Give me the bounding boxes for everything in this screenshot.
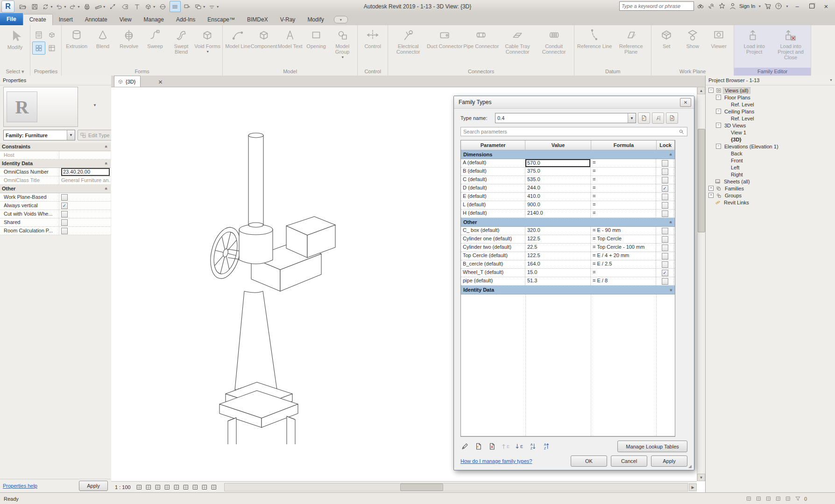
rename-type-button[interactable] bbox=[652, 112, 664, 124]
parameter-value-cell[interactable]: 410.0 bbox=[525, 193, 591, 201]
tree-item-label[interactable]: Ref. Level bbox=[729, 116, 756, 121]
parameter-formula-cell[interactable]: = E / 8 bbox=[591, 277, 656, 285]
expand-icon[interactable]: + bbox=[708, 186, 714, 191]
parameter-name-cell[interactable]: Cylinder two (default) bbox=[461, 244, 525, 252]
family-types-help-link[interactable]: How do I manage family types? bbox=[460, 458, 532, 464]
text-button[interactable] bbox=[132, 1, 143, 12]
new-parameter-button[interactable] bbox=[474, 442, 483, 451]
new-type-button[interactable] bbox=[638, 112, 650, 124]
family-parameters-button[interactable] bbox=[45, 42, 58, 55]
apply-button[interactable]: Apply bbox=[651, 455, 687, 467]
parameter-value-cell[interactable]: 164.0 bbox=[525, 260, 591, 268]
detail-level-icon[interactable] bbox=[135, 483, 143, 491]
tree-item-label[interactable]: {3D} bbox=[729, 137, 743, 142]
ribbon-button-electrical-connector[interactable]: Electrical Connector bbox=[390, 28, 426, 55]
vertical-scroll-thumb[interactable] bbox=[698, 129, 705, 232]
property-edit-field[interactable]: 23.40.20.00 bbox=[61, 168, 110, 176]
parameter-value-cell[interactable]: 122.5 bbox=[525, 235, 591, 243]
parameter-name-cell[interactable]: L (default) bbox=[461, 201, 525, 209]
type-selector-arrow-icon[interactable]: ▼ bbox=[67, 130, 75, 140]
ribbon-button-sweep[interactable]: Sweep bbox=[142, 28, 168, 49]
ribbon-button-swept-blend[interactable]: Swept Blend bbox=[168, 28, 194, 55]
tree-item-label[interactable]: Views (all) bbox=[723, 88, 750, 93]
ribbon-button-reference-plane[interactable]: Reference Plane bbox=[613, 28, 649, 55]
ribbon-button-model-line[interactable]: Model Line bbox=[225, 28, 251, 49]
parameter-formula-cell[interactable]: = Top Cercle - 100 mm bbox=[591, 244, 656, 252]
model-wireframe[interactable] bbox=[181, 118, 443, 444]
ribbon-button-cable-tray-connector[interactable]: Cable Tray Connector bbox=[499, 28, 536, 55]
search-parameters-input[interactable]: Search parameters bbox=[460, 127, 687, 136]
property-value[interactable] bbox=[59, 151, 111, 159]
user-icon[interactable] bbox=[729, 2, 737, 10]
open-file-button[interactable] bbox=[17, 1, 28, 12]
sort-ascending-button[interactable]: AZ bbox=[528, 442, 537, 451]
lock-checkbox[interactable] bbox=[662, 245, 668, 251]
temporary-hide-isolate-icon[interactable] bbox=[200, 483, 209, 491]
column-header-value[interactable]: Value bbox=[525, 140, 591, 150]
ribbon-button-model-text[interactable]: Model Text bbox=[277, 28, 303, 49]
ribbon-button-load-into-project-and-close[interactable]: Load into Project and Close bbox=[772, 28, 809, 61]
tree-item-label[interactable]: Back bbox=[729, 151, 743, 156]
parameter-formula-cell[interactable]: = bbox=[591, 176, 656, 184]
tree-item-ceiling-plans[interactable]: −Ceiling Plans bbox=[706, 108, 835, 115]
visual-style-icon[interactable] bbox=[144, 483, 153, 491]
tree-item-label[interactable]: View 1 bbox=[729, 130, 748, 135]
scroll-down-icon[interactable]: ▼ bbox=[697, 474, 705, 481]
checkbox[interactable]: ✓ bbox=[61, 203, 68, 209]
tree-item-label[interactable]: Groups bbox=[723, 193, 743, 198]
measure-dropdown-icon[interactable]: ▼ bbox=[103, 5, 106, 8]
tab-v-ray[interactable]: V-Ray bbox=[274, 14, 302, 25]
ribbon-button-extrusion[interactable]: Extrusion bbox=[64, 28, 90, 49]
redo-dropdown-icon[interactable]: ▼ bbox=[77, 5, 80, 8]
save-button[interactable] bbox=[29, 1, 40, 12]
column-header-formula[interactable]: Formula bbox=[591, 140, 657, 150]
parameter-value-cell[interactable]: 320.0 bbox=[525, 227, 591, 235]
property-value[interactable] bbox=[59, 193, 111, 201]
collapse-icon[interactable]: − bbox=[716, 109, 721, 114]
sign-in-dropdown-icon[interactable]: ▼ bbox=[758, 5, 761, 8]
parameter-formula-cell[interactable]: = Top Cercle bbox=[591, 235, 656, 243]
parameter-value-cell[interactable]: 535.0 bbox=[525, 176, 591, 184]
delete-parameter-button[interactable] bbox=[488, 442, 496, 451]
tab-bimdex[interactable]: BIMDeX bbox=[241, 14, 274, 25]
lock-checkbox[interactable] bbox=[662, 160, 668, 167]
editable-only-icon[interactable] bbox=[775, 495, 782, 502]
parameter-value-cell[interactable]: 122.5 bbox=[525, 252, 591, 260]
parameter-value-cell[interactable]: 375.0 bbox=[525, 168, 591, 175]
ribbon-button-void-forms[interactable]: Void Forms▼ bbox=[194, 28, 220, 55]
ribbon-button-modify[interactable]: Modify bbox=[2, 28, 28, 50]
lock-checkbox[interactable] bbox=[662, 228, 668, 234]
parameter-value-cell[interactable]: 2140.0 bbox=[525, 210, 591, 217]
favorites-icon[interactable] bbox=[718, 2, 726, 10]
parameter-formula-cell[interactable]: = E / 2.5 bbox=[591, 260, 656, 268]
type-name-combobox[interactable]: 0.4 ▼ bbox=[495, 113, 636, 123]
dialog-resize-grip[interactable]: ◢ bbox=[688, 464, 693, 469]
property-value[interactable] bbox=[59, 218, 111, 226]
collapse-icon[interactable]: − bbox=[716, 95, 721, 100]
parameter-name-cell[interactable]: Top Cercle (default) bbox=[461, 252, 525, 260]
undo-button[interactable]: ▼ bbox=[55, 1, 67, 12]
parameter-name-cell[interactable]: C_ box (default) bbox=[461, 227, 525, 235]
property-value[interactable]: 23.40.20.00 bbox=[59, 168, 111, 176]
parameter-formula-cell[interactable]: = bbox=[591, 159, 656, 167]
lock-checkbox[interactable] bbox=[662, 194, 668, 200]
section-button[interactable] bbox=[157, 1, 169, 12]
tree-item-label[interactable]: Ref. Level bbox=[729, 102, 756, 107]
help-dropdown-icon[interactable]: ▼ bbox=[785, 5, 789, 8]
view-tab-3d[interactable]: {3D} bbox=[114, 76, 141, 87]
view-scale-button[interactable]: 1 : 100 bbox=[111, 484, 134, 490]
checkbox[interactable] bbox=[61, 219, 68, 226]
close-button[interactable]: × bbox=[820, 1, 832, 11]
ribbon-button-control[interactable]: Control bbox=[360, 28, 386, 49]
section-collapse-icon[interactable]: « bbox=[669, 288, 674, 291]
group-collapse-icon[interactable]: « bbox=[103, 162, 111, 165]
properties-palette-button[interactable] bbox=[32, 28, 45, 42]
ribbon-display-toggle[interactable]: ▼ bbox=[334, 16, 348, 23]
parameter-formula-cell[interactable]: = bbox=[591, 193, 656, 201]
sign-in-button[interactable]: Sign In bbox=[739, 3, 755, 9]
horizontal-scrollbar[interactable] bbox=[224, 483, 688, 491]
column-header-parameter[interactable]: Parameter bbox=[461, 140, 525, 150]
ribbon-button-conduit-connector[interactable]: Conduit Connector bbox=[536, 28, 572, 55]
default-3d-view-button[interactable]: ▼ bbox=[144, 1, 156, 12]
cart-icon[interactable] bbox=[764, 2, 772, 10]
